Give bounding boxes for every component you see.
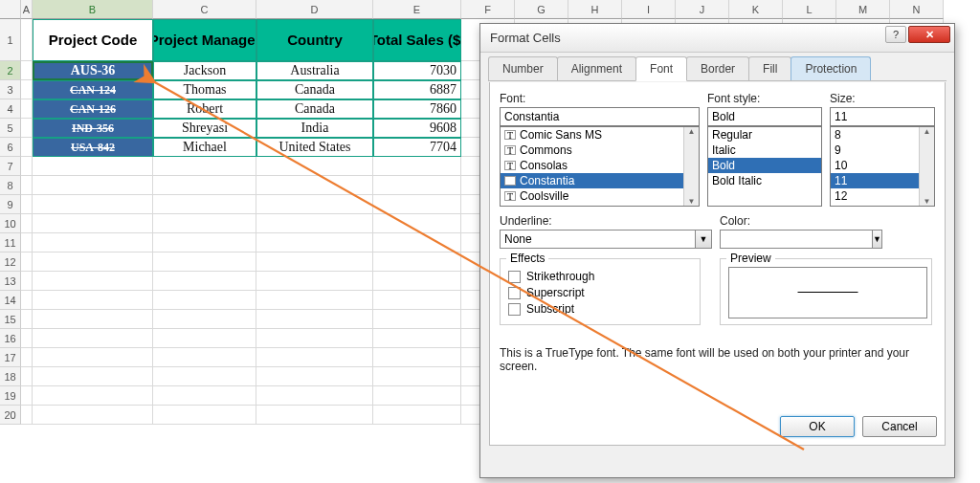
header-country[interactable]: Country	[256, 19, 373, 61]
row-header[interactable]: 8	[0, 176, 21, 195]
cell-project-code[interactable]: CAN-124	[33, 80, 153, 99]
cell[interactable]	[153, 406, 256, 425]
cell-country[interactable]: Canada	[256, 99, 373, 119]
cell[interactable]	[373, 176, 461, 195]
cell-sales[interactable]: 7030	[373, 61, 461, 80]
font-input[interactable]	[500, 107, 700, 126]
cell-country[interactable]: Australia	[256, 61, 373, 80]
cell[interactable]	[21, 119, 33, 138]
cell[interactable]	[153, 310, 256, 329]
cell[interactable]	[21, 176, 33, 195]
cell[interactable]	[21, 310, 33, 329]
cell[interactable]	[256, 367, 373, 386]
row-header[interactable]: 19	[0, 386, 21, 406]
cell[interactable]	[153, 367, 256, 386]
cell-sales[interactable]: 9608	[373, 119, 461, 138]
cell[interactable]	[33, 329, 153, 348]
list-item[interactable]: TCooper Black	[501, 204, 699, 207]
cell[interactable]	[256, 176, 373, 195]
list-item[interactable]: Regular	[708, 127, 821, 143]
tab-number[interactable]: Number	[488, 56, 558, 81]
cell[interactable]	[21, 291, 33, 310]
tab-font[interactable]: Font	[635, 56, 687, 81]
row-header[interactable]: 11	[0, 233, 21, 252]
cell[interactable]	[256, 233, 373, 252]
font-style-input[interactable]	[707, 107, 822, 126]
list-item[interactable]: Italic	[708, 143, 821, 158]
cell[interactable]	[373, 367, 461, 386]
row-header[interactable]: 20	[0, 406, 21, 425]
scroll-up-icon[interactable]: ▲	[920, 127, 934, 136]
cell[interactable]	[21, 99, 33, 119]
list-item[interactable]: Bold	[708, 158, 821, 173]
cell[interactable]	[153, 272, 256, 291]
cell[interactable]	[373, 291, 461, 310]
row-header[interactable]: 9	[0, 195, 21, 214]
dropdown-icon[interactable]: ▼	[695, 230, 712, 249]
dialog-titlebar[interactable]: Format Cells ? ✕	[480, 24, 954, 53]
cell[interactable]	[33, 176, 153, 195]
cell[interactable]	[21, 406, 33, 425]
row-header[interactable]: 17	[0, 348, 21, 367]
cell-manager[interactable]: Robert	[153, 99, 256, 119]
cell[interactable]	[33, 233, 153, 252]
size-input[interactable]	[830, 107, 935, 126]
cancel-button[interactable]: Cancel	[862, 416, 937, 437]
cell[interactable]	[256, 386, 373, 406]
color-input[interactable]	[720, 230, 872, 249]
col-header[interactable]: L	[783, 0, 836, 19]
superscript-checkbox[interactable]: Superscript	[508, 286, 692, 299]
cell[interactable]	[153, 157, 256, 176]
cell[interactable]	[153, 176, 256, 195]
cell-manager[interactable]: Shreyasi	[153, 119, 256, 138]
row-header[interactable]: 4	[0, 99, 21, 119]
cell[interactable]	[21, 214, 33, 233]
cell[interactable]	[373, 406, 461, 425]
cell[interactable]	[21, 19, 33, 61]
cell[interactable]	[33, 406, 153, 425]
cell[interactable]	[33, 348, 153, 367]
col-header[interactable]: B	[33, 0, 153, 19]
scroll-down-icon[interactable]: ▼	[920, 197, 934, 206]
cell[interactable]	[373, 348, 461, 367]
cell[interactable]	[153, 291, 256, 310]
cell[interactable]	[21, 367, 33, 386]
cell[interactable]	[153, 233, 256, 252]
col-header[interactable]: G	[515, 0, 568, 19]
strikethrough-checkbox[interactable]: Strikethrough	[508, 270, 692, 283]
cell-project-code[interactable]: AUS-36	[33, 61, 153, 80]
cell[interactable]	[256, 291, 373, 310]
cell[interactable]	[33, 195, 153, 214]
tab-alignment[interactable]: Alignment	[557, 56, 636, 81]
tab-fill[interactable]: Fill	[748, 56, 791, 81]
font-listbox[interactable]: TComic Sans MS TCommons TConsolas TConst…	[500, 126, 700, 207]
cell[interactable]	[373, 157, 461, 176]
row-header[interactable]: 18	[0, 367, 21, 386]
row-header[interactable]: 12	[0, 252, 21, 272]
cell[interactable]	[256, 329, 373, 348]
cell[interactable]	[33, 291, 153, 310]
cell[interactable]	[153, 214, 256, 233]
cell[interactable]	[153, 252, 256, 272]
cell[interactable]	[256, 406, 373, 425]
tab-border[interactable]: Border	[686, 56, 749, 81]
cell[interactable]	[256, 214, 373, 233]
cell[interactable]	[256, 310, 373, 329]
font-style-listbox[interactable]: Regular Italic Bold Bold Italic	[707, 126, 822, 207]
col-header[interactable]: N	[890, 0, 944, 19]
cell[interactable]	[153, 329, 256, 348]
list-item[interactable]: TConstantia	[501, 173, 699, 188]
row-header[interactable]: 10	[0, 214, 21, 233]
cell-country[interactable]: United States	[256, 138, 373, 157]
cell[interactable]	[373, 252, 461, 272]
scrollbar[interactable]: ▲▼	[919, 127, 934, 206]
cell-manager[interactable]: Jackson	[153, 61, 256, 80]
cell[interactable]	[21, 157, 33, 176]
col-header[interactable]: K	[729, 0, 783, 19]
cell[interactable]	[153, 195, 256, 214]
header-project-code[interactable]: Project Code	[33, 19, 153, 61]
col-header[interactable]: F	[461, 0, 515, 19]
cell[interactable]	[33, 272, 153, 291]
help-button[interactable]: ?	[885, 26, 906, 43]
cell[interactable]	[33, 252, 153, 272]
